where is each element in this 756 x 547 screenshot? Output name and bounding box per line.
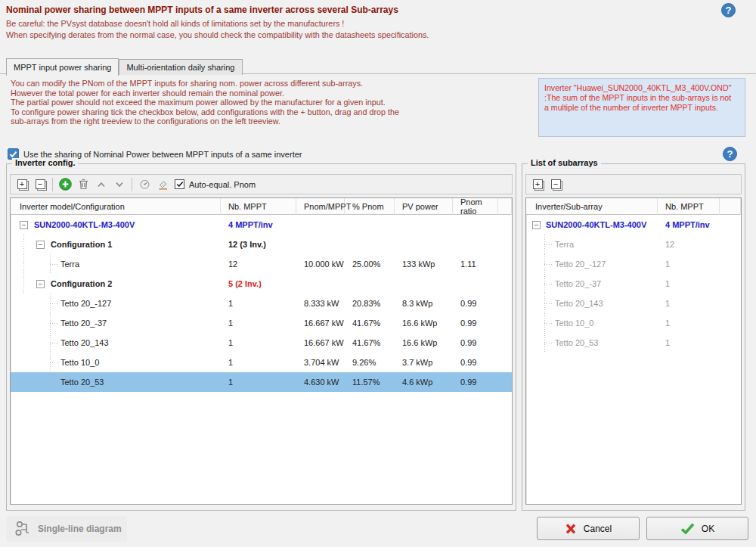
row-pnom-ratio: 1.11 — [453, 260, 498, 269]
row-nb-mppt: 12 (3 Inv.) — [221, 240, 296, 249]
column-header[interactable]: Inverter/Sub-array — [526, 198, 658, 215]
description-line: The partial power should not exceed the … — [11, 98, 399, 107]
table-row-subarray[interactable]: Terra 12 10.000 kW 25.00% 133 kWp 1.11 — [11, 254, 512, 274]
row-pnom-ratio: 0.99 — [453, 378, 498, 387]
table-row-subarray[interactable]: Tetto 20_143 1 16.667 kW 41.67% 16.6 kWp… — [11, 333, 512, 353]
row-pct-pnom: 20.83% — [345, 299, 395, 308]
gauge-button[interactable] — [135, 176, 153, 193]
auto-equal-pnom-checkbox[interactable]: Auto-equal. Pnom — [175, 179, 256, 189]
delete-configuration-button[interactable] — [74, 176, 92, 193]
tree-collapse-icon[interactable]: − — [36, 280, 45, 288]
row-pv-power: 133 kWp — [395, 260, 453, 269]
add-configuration-button[interactable] — [56, 176, 74, 193]
row-nb-mppt: 1 — [658, 319, 720, 328]
table-header: Inverter/Sub-array Nb. MPPT — [526, 198, 741, 215]
row-pnom-mppt: 16.667 kW — [296, 319, 345, 328]
row-pnom-mppt: 10.000 kW — [296, 260, 345, 269]
cancel-label: Cancel — [584, 524, 612, 534]
row-pnom-ratio: 0.99 — [453, 319, 498, 328]
column-header-blank — [498, 198, 512, 215]
row-pv-power: 8.3 kWp — [395, 299, 453, 308]
warning-line-2: When specifying derates from the normal … — [6, 30, 429, 39]
collapse-all-icon: − — [36, 179, 45, 189]
table-row-configuration[interactable]: −Configuration 1 12 (3 Inv.) — [11, 235, 512, 254]
move-up-button[interactable] — [92, 176, 110, 193]
description-line: You can modify the PNom of the MPPT inpu… — [11, 79, 399, 89]
tab-mppt-input-power-sharing[interactable]: MPPT input power sharing — [6, 58, 119, 76]
row-pct-pnom: 25.00% — [345, 260, 395, 269]
row-label: SUN2000-40KTL-M3-400V — [11, 220, 135, 229]
row-nb-mppt: 1 — [221, 299, 296, 308]
checkbox-label: Use the sharing of Nominal Power between… — [23, 150, 302, 159]
chevron-up-icon — [97, 182, 106, 188]
page-title: Nominal power sharing between MPPT input… — [6, 5, 398, 15]
subarrays-table: Inverter/Sub-array Nb. MPPT −SUN2000-40K… — [525, 197, 742, 505]
table-row-subarray[interactable]: Tetto 20_143 1 — [526, 294, 741, 313]
tree-collapse-icon[interactable]: − — [532, 221, 541, 229]
table-row-subarray[interactable]: Tetto 20_53 1 — [526, 333, 741, 353]
expand-all-button[interactable]: + — [528, 176, 547, 193]
tab-multi-orientation-daily-sharing[interactable]: Multi-orientation daily sharing — [119, 59, 242, 75]
row-pv-power: 3.7 kWp — [395, 358, 453, 367]
help-icon[interactable]: ? — [723, 147, 737, 161]
row-nb-mppt: 1 — [221, 319, 296, 328]
warning-box-line: Inverter "Huawei_SUN2000_40KTL_M3_400V.O… — [544, 83, 739, 93]
column-header[interactable]: % Pnom — [345, 198, 395, 215]
description-text: You can modify the PNom of the MPPT inpu… — [11, 79, 399, 126]
tree-connector — [50, 362, 59, 363]
table-row-subarray[interactable]: Tetto 10_0 1 3.704 kW 9.26% 3.7 kWp 0.99 — [11, 353, 512, 372]
cancel-button[interactable]: Cancel — [537, 517, 640, 540]
table-row-subarray[interactable]: Tetto 20_-37 1 — [526, 274, 741, 294]
table-row-subarray-selected[interactable]: Tetto 20_53 1 4.630 kW 11.57% 4.6 kWp 0.… — [11, 372, 512, 392]
description-line: However the total power for each inverte… — [11, 89, 399, 98]
table-row-subarray[interactable]: Tetto 20_-127 1 8.333 kW 20.83% 8.3 kWp … — [11, 294, 512, 313]
ok-button[interactable]: OK — [646, 517, 748, 540]
row-pv-power: 16.6 kWp — [395, 338, 453, 347]
tree-connector — [544, 343, 553, 343]
table-row-subarray[interactable]: Tetto 10_0 1 — [526, 313, 741, 333]
group-label: Inverter config. — [12, 158, 78, 167]
column-header[interactable]: Nb. MPPT — [658, 198, 720, 215]
add-icon — [59, 178, 72, 191]
column-header[interactable]: Pnom ratio — [453, 198, 498, 215]
move-down-button[interactable] — [110, 176, 129, 193]
table-row-subarray[interactable]: Terra 12 — [526, 235, 741, 254]
cancel-x-icon — [565, 523, 577, 535]
group-label: List of subarrays — [528, 158, 601, 167]
row-pv-power: 16.6 kWp — [395, 319, 453, 328]
warning-box-line: :The sum of the MPPT inputs in the sub-a… — [544, 93, 739, 103]
table-row-subarray[interactable]: Tetto 20_-37 1 16.667 kW 41.67% 16.6 kWp… — [11, 313, 512, 333]
row-nb-mppt: 1 — [221, 338, 296, 347]
warning-line-1: Be careful: the PVsyst database doesn't … — [6, 19, 344, 28]
column-header[interactable]: Inverter model/Configuration — [11, 198, 221, 215]
row-nb-mppt: 4 MPPT/inv — [221, 220, 296, 229]
description-line: sub-arrays from the right treeview to th… — [11, 117, 399, 126]
row-pct-pnom: 11.57% — [345, 378, 395, 387]
table-row-inverter[interactable]: −SUN2000-40KTL-M3-400V 4 MPPT/inv — [11, 215, 512, 235]
collapse-all-icon: − — [551, 179, 561, 189]
checkbox-checked-icon[interactable] — [175, 179, 184, 189]
tree-collapse-icon[interactable]: − — [20, 221, 28, 229]
collapse-all-button[interactable]: − — [547, 176, 565, 193]
single-line-diagram-button[interactable]: Single-line diagram — [6, 516, 127, 542]
table-row-inverter[interactable]: −SUN2000-40KTL-M3-400V 4 MPPT/inv — [526, 215, 741, 235]
inverter-config-toolbar: + − — [10, 174, 513, 194]
table-row-configuration[interactable]: −Configuration 2 5 (2 Inv.) — [11, 274, 512, 294]
expand-all-button[interactable]: + — [13, 176, 31, 193]
tree-connector — [50, 264, 59, 265]
table-row-subarray[interactable]: Tetto 20_-127 1 — [526, 254, 741, 274]
tree-connector — [50, 343, 59, 343]
column-header[interactable]: Pnom/MPPT — [296, 198, 345, 215]
help-icon[interactable]: ? — [721, 3, 736, 17]
row-label: Configuration 2 — [11, 279, 112, 288]
subarrays-group: List of subarrays + − Inverter/Sub-array… — [522, 163, 745, 511]
collapse-all-button[interactable]: − — [31, 176, 49, 193]
eraser-button[interactable] — [153, 176, 172, 193]
row-nb-mppt: 1 — [658, 299, 720, 308]
row-nb-mppt: 12 — [658, 240, 720, 249]
column-header[interactable]: Nb. MPPT — [221, 198, 296, 215]
ok-label: OK — [702, 524, 714, 534]
tree-collapse-icon[interactable]: − — [36, 241, 45, 249]
expand-all-icon: + — [17, 179, 27, 189]
column-header[interactable]: PV power — [395, 198, 453, 215]
